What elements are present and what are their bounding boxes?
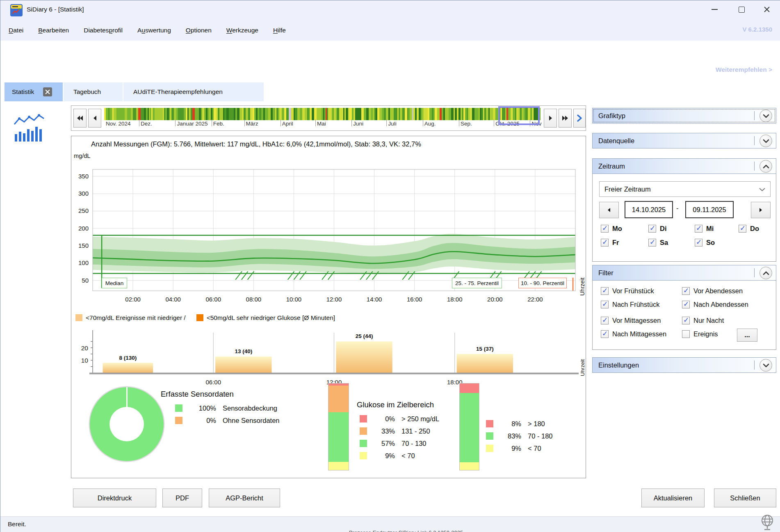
clipped-background-text: Prozesse Endnutzer SiDiary-Link 6.2.1350…	[349, 530, 644, 532]
date-prev-button[interactable]	[599, 202, 619, 218]
chevron-up-icon[interactable]	[759, 267, 772, 279]
recommend-link[interactable]: Weiterempfehlen >	[716, 66, 772, 73]
menu-item-datei[interactable]: Datei	[9, 27, 23, 34]
x-axis-unit-label: Uhrzeit	[579, 278, 586, 296]
checkbox-so[interactable]: So	[695, 239, 715, 247]
checkbox-box[interactable]	[739, 225, 746, 233]
panel-header-zeitraum[interactable]: Zeitraum	[592, 158, 776, 174]
menu-item-diabetesprofil[interactable]: Diabetesprofil	[84, 27, 123, 34]
date-to-input[interactable]	[685, 201, 734, 218]
checkbox-box[interactable]	[601, 287, 609, 295]
legend-range: 70 - 130	[401, 440, 426, 448]
timeline-forward-button[interactable]	[573, 109, 586, 128]
checkbox-box[interactable]	[682, 330, 690, 338]
tab-audite[interactable]: AUdiTE-Therapieempfehlungen	[123, 82, 264, 101]
timeline-next-button[interactable]	[544, 109, 557, 128]
svg-text:04:00: 04:00	[165, 296, 181, 303]
menu-item-hilfe[interactable]: Hilfe	[273, 27, 286, 34]
range-type-select[interactable]: Freier Zeitraum	[599, 181, 771, 197]
checkbox-fr[interactable]: Fr	[601, 239, 619, 247]
measurement-summary: Anzahl Messungen (FGM): 5.766, Mittelwer…	[91, 140, 421, 148]
timeline-month-label: Nov. 2024	[106, 121, 131, 127]
timeline-navigator: Nov. 2024Dez.Januar 2025Feb.MärzAprilMai…	[71, 105, 586, 131]
panel-header-datenquelle[interactable]: Datenquelle	[592, 133, 776, 148]
checkbox-mo[interactable]: Mo	[601, 225, 622, 233]
bar-value-label: 25 (44)	[356, 333, 373, 339]
tir-legend-row: 9%< 70	[486, 442, 553, 454]
checkbox-nach-fr-hst-ck[interactable]: Nach Frühstück	[601, 301, 660, 308]
pdf-button[interactable]: PDF	[162, 489, 202, 507]
checkbox-ereignis[interactable]: Ereignis	[682, 330, 718, 338]
maximize-button[interactable]	[730, 0, 753, 18]
checkbox-box[interactable]	[601, 239, 609, 247]
date-next-button[interactable]	[751, 202, 771, 218]
tir-detailed-bar	[328, 383, 349, 470]
menu-item-auswertung[interactable]: Auswertung	[137, 27, 171, 34]
legend-range: > 180	[528, 420, 545, 428]
checkbox-do[interactable]: Do	[739, 225, 759, 233]
tab-close-icon[interactable]	[43, 87, 52, 96]
close-button[interactable]	[755, 0, 779, 18]
aktualisieren-button[interactable]: Aktualisieren	[641, 489, 705, 507]
chevron-up-icon[interactable]	[759, 160, 772, 173]
checkbox-vor-abendessen[interactable]: Vor Abendessen	[682, 287, 743, 295]
svg-text:100: 100	[78, 259, 89, 266]
version-label: V 6.2.1350	[742, 26, 772, 33]
checkbox-box[interactable]	[682, 287, 690, 295]
checkbox-box[interactable]	[695, 239, 702, 247]
filter-more-button[interactable]: ...	[737, 329, 757, 342]
tab-tagebuch[interactable]: Tagebuch	[64, 82, 123, 101]
checkbox-mi[interactable]: Mi	[695, 225, 714, 233]
svg-text:02:00: 02:00	[125, 296, 141, 303]
svg-text:150: 150	[78, 242, 89, 249]
minimize-button[interactable]	[702, 0, 726, 18]
tir-legend-row: 83%70 - 180	[486, 430, 553, 442]
legend-pct: 83%	[497, 432, 521, 440]
checkbox-vor-mittagessen[interactable]: Vor Mittagessen	[601, 317, 661, 324]
timeline-last-button[interactable]	[559, 109, 572, 128]
zeitraum-panel-body: Freier Zeitraum - MoDiMiDoFrSaSo	[592, 174, 776, 262]
timeline-first-button[interactable]	[73, 109, 87, 128]
chevron-down-icon[interactable]	[759, 359, 772, 372]
donut-hole	[109, 407, 144, 441]
legend-range: > 250 mg/dL	[401, 415, 439, 423]
checkbox-box[interactable]	[648, 239, 656, 247]
checkbox-nach-mittagessen[interactable]: Nach Mittagessen	[601, 330, 666, 338]
date-from-input[interactable]	[625, 201, 673, 218]
timeline-prev-button[interactable]	[88, 109, 101, 128]
panel-header-einstellungen[interactable]: Einstellungen	[592, 357, 776, 373]
checkbox-box[interactable]	[601, 330, 609, 338]
checkbox-di[interactable]: Di	[648, 225, 667, 233]
legend-pct: 33%	[371, 427, 395, 435]
timeline-selection[interactable]	[498, 106, 540, 125]
checkbox-label: Sa	[660, 239, 668, 247]
menu-item-werkzeuge[interactable]: Werkzeuge	[226, 27, 258, 34]
chevron-down-icon[interactable]	[759, 110, 772, 122]
checkbox-sa[interactable]: Sa	[648, 239, 668, 247]
panel-header-filter[interactable]: Filter	[592, 265, 776, 281]
menu-item-optionen[interactable]: Optionen	[186, 27, 212, 34]
checkbox-vor-fr-hst-ck[interactable]: Vor Frühstück	[601, 287, 654, 295]
timeline-month-label: Feb.	[213, 121, 224, 127]
coverage-sq-1	[175, 417, 182, 424]
checkbox-box[interactable]	[601, 301, 609, 308]
panel-header-grafiktyp[interactable]: Grafiktyp	[592, 108, 776, 123]
checkbox-box[interactable]	[601, 225, 609, 233]
svg-text:16:00: 16:00	[407, 296, 422, 303]
checkbox-box[interactable]	[601, 317, 609, 324]
tab-statistik[interactable]: Statistik	[5, 82, 63, 101]
direktdruck-button[interactable]: Direktdruck	[73, 489, 156, 507]
menu-item-bearbeiten[interactable]: Bearbeiten	[38, 27, 69, 34]
checkbox-nur-nacht[interactable]: Nur Nacht	[682, 317, 724, 324]
checkbox-nach-abendessen[interactable]: Nach Abendessen	[682, 301, 748, 308]
timeline-heatmap[interactable]	[104, 108, 541, 120]
checkbox-box[interactable]	[695, 225, 702, 233]
timeline-month-label: Januar 2025	[177, 121, 208, 127]
checkbox-box[interactable]	[682, 301, 690, 308]
checkbox-box[interactable]	[648, 225, 656, 233]
checkbox-box[interactable]	[682, 317, 690, 324]
schliessen-button[interactable]: Schließen	[714, 489, 776, 507]
agp-bericht-button[interactable]: AGP-Bericht	[209, 489, 280, 507]
chevron-down-icon[interactable]	[759, 135, 772, 147]
checkbox-label: Vor Frühstück	[612, 287, 654, 295]
